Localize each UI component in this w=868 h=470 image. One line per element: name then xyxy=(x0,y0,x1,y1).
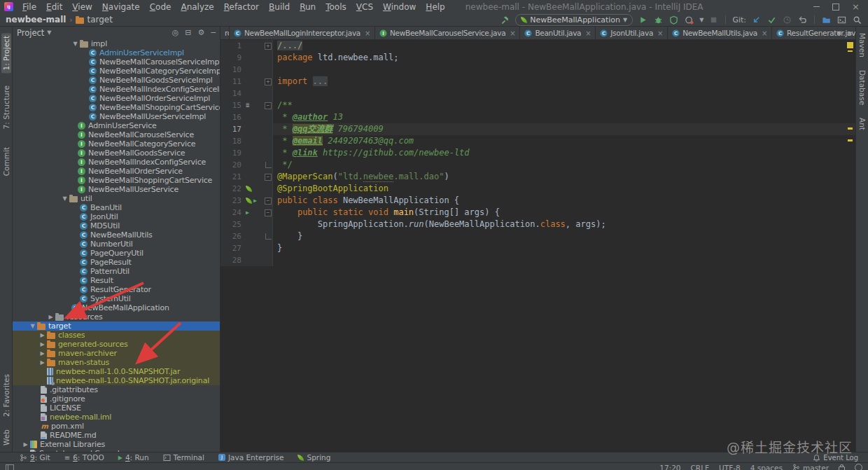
stripe-item-7-structure[interactable]: 7: Structure xyxy=(2,85,10,129)
build-hammer-icon[interactable] xyxy=(500,15,510,25)
code-line-25[interactable]: 25 SpringApplication.run(NewBeeMallAppli… xyxy=(220,219,855,230)
code-line-21[interactable]: 21−@MapperScan("ltd.newbee.mall.dao") xyxy=(220,171,855,183)
menu-item-vcs[interactable]: VCS xyxy=(351,1,378,13)
fold-marker[interactable] xyxy=(264,159,273,171)
tab-newbeemalllogininterceptor-java[interactable]: CNewBeeMallLoginInterceptor.java× xyxy=(230,27,375,39)
tree-expand-arrow-icon[interactable]: ▶ xyxy=(38,359,47,366)
tree-item-generated-sources[interactable]: ▶generated-sources xyxy=(13,340,220,349)
tree-item-maven-archiver[interactable]: ▶maven-archiver xyxy=(13,349,220,358)
menu-item-file[interactable]: File xyxy=(18,1,41,13)
fold-marker[interactable] xyxy=(264,147,273,159)
git-commit-button[interactable] xyxy=(766,15,777,25)
code-line-20[interactable]: 20 */ xyxy=(220,159,855,171)
stripe-item-web[interactable]: Web xyxy=(2,429,10,445)
tree-collapse-arrow-icon[interactable]: ▼ xyxy=(28,323,37,329)
tree-item-util[interactable]: ▼util xyxy=(13,194,220,203)
project-panel-title[interactable]: Project xyxy=(17,28,44,38)
tree-expand-arrow-icon[interactable]: ▶ xyxy=(21,441,30,448)
menu-item-analyze[interactable]: Analyze xyxy=(176,1,218,13)
git-branch-widget[interactable]: master xyxy=(792,464,829,470)
menu-item-code[interactable]: Code xyxy=(145,1,176,13)
fold-marker[interactable]: + xyxy=(264,76,273,88)
breadcrumb-project[interactable]: newbee-mall xyxy=(6,15,66,25)
collapse-all-icon[interactable]: ⊟ xyxy=(185,28,191,37)
tab-close-icon[interactable]: × xyxy=(365,29,370,37)
minimize-button[interactable] xyxy=(813,6,820,7)
breadcrumb-target[interactable]: target xyxy=(76,15,113,25)
code-editor[interactable]: 1+/.../9package ltd.newbee.mall;1011+imp… xyxy=(220,40,855,452)
stripe-item-2-favorites[interactable]: 2: Favorites xyxy=(2,374,10,417)
tree-item-external-libraries[interactable]: ▶External Libraries xyxy=(13,440,220,449)
tab-newbeemallcarouselservice-java[interactable]: INewBeeMallCarouselService.java× xyxy=(375,27,520,39)
tree-item-readme-md[interactable]: README.md xyxy=(13,431,220,440)
stripe-item-commit[interactable]: Commit xyxy=(2,147,10,176)
menu-item-tools[interactable]: Tools xyxy=(321,1,351,13)
menu-item-run[interactable]: Run xyxy=(295,1,321,13)
tree-item-patternutil[interactable]: CPatternUtil xyxy=(13,267,220,276)
fold-marker[interactable] xyxy=(264,230,273,242)
code-line-10[interactable]: 10 xyxy=(220,64,855,76)
toolwindow-button-4-run[interactable]: ▶4: Run xyxy=(118,453,149,462)
status-item-4-spaces[interactable]: 4 spaces xyxy=(750,464,783,470)
menu-item-refactor[interactable]: Refactor xyxy=(219,1,264,13)
tree-expand-arrow-icon[interactable]: ▶ xyxy=(46,314,55,320)
code-line-28[interactable]: 28 xyxy=(220,254,855,266)
tree-item-gitattributes[interactable]: .gitattributes xyxy=(13,385,220,394)
tree-item-newbeemalluserservice[interactable]: INewBeeMallUserService xyxy=(13,185,220,194)
tree-item-newbeemallcategoryserviceimpl[interactable]: CNewBeeMallCategoryServiceImpl xyxy=(13,67,220,76)
tree-item-newbeemallshoppingcartservice[interactable]: INewBeeMallShoppingCartService xyxy=(13,176,220,185)
tree-item-newbeemallapplication[interactable]: CNewBeeMallApplication xyxy=(13,303,220,312)
tab-newbeemallutils-java[interactable]: CNewBeeMallUtils.java× xyxy=(668,27,772,39)
tree-item-newbee-mall-1-0-0-snapshot-jar-original[interactable]: newbee-mall-1.0.0-SNAPSHOT.jar.original xyxy=(13,376,220,385)
run-gutter-icon[interactable]: ▶ xyxy=(253,195,257,207)
tree-item-newbeemallgoodsserviceimpl[interactable]: CNewBeeMallGoodsServiceImpl xyxy=(13,76,220,85)
code-line-14[interactable]: 14 xyxy=(220,88,855,99)
tab-rceptor-java[interactable]: rceptor.java× xyxy=(220,27,230,39)
stripe-item-database[interactable]: Database xyxy=(858,70,867,105)
tree-item-gitignore[interactable]: .gitignore xyxy=(13,394,220,403)
tree-item-newbeemallgoodsservice[interactable]: INewBeeMallGoodsService xyxy=(13,148,220,158)
fold-marker[interactable] xyxy=(264,135,273,147)
tree-item-newbeemallindexconfigserviceimpl[interactable]: CNewBeeMallIndexConfigServiceImpl xyxy=(13,85,220,94)
menu-item-build[interactable]: Build xyxy=(264,1,295,13)
tree-item-scratches-and-consoles[interactable]: Scratches and Consoles xyxy=(13,449,220,452)
tab-close-icon[interactable]: × xyxy=(762,29,767,37)
tree-item-newbee-mall-1-0-0-snapshot-jar[interactable]: newbee-mall-1.0.0-SNAPSHOT.jar xyxy=(13,367,220,376)
code-line-23[interactable]: 23▶−public class NewBeeMallApplication { xyxy=(220,195,855,207)
status-item-crlf[interactable]: CRLF xyxy=(691,464,710,470)
fold-marker[interactable] xyxy=(264,64,273,76)
tab-jsonutil-java[interactable]: CJsonUtil.java× xyxy=(596,27,668,39)
tree-item-pagequeryutil[interactable]: CPageQueryUtil xyxy=(13,249,220,258)
run-gutter-icon[interactable]: ▶ xyxy=(246,207,249,219)
run-button[interactable] xyxy=(638,15,648,25)
profiler-chevron-icon[interactable]: ▼ xyxy=(699,17,704,23)
terminal-toolbar-button[interactable] xyxy=(836,15,847,25)
tree-item-classes[interactable]: ▶classes xyxy=(13,331,220,340)
status-item-utf-8[interactable]: UTF-8 xyxy=(719,464,741,470)
tree-item-newbeemallcarouselserviceimpl[interactable]: CNewBeeMallCarouselServiceImpl xyxy=(13,57,220,67)
event-log-button[interactable]: Event Log xyxy=(813,454,858,462)
tree-item-pom-xml[interactable]: mpom.xml xyxy=(13,422,220,431)
rollback-button[interactable] xyxy=(797,15,808,25)
tree-item-numberutil[interactable]: CNumberUtil xyxy=(13,240,220,249)
readonly-lock-icon[interactable] xyxy=(839,466,845,470)
tree-item-newbeemallshoppingcartserviceimpl[interactable]: CNewBeeMallShoppingCartServiceImpl xyxy=(13,103,220,112)
tree-item-newbeemallorderserviceimpl[interactable]: CNewBeeMallOrderServiceImpl xyxy=(13,94,220,103)
profiler-button[interactable] xyxy=(684,15,694,25)
locate-file-icon[interactable]: ◎ xyxy=(172,28,179,37)
code-line-16[interactable]: 16 * @author 13 xyxy=(220,111,855,123)
warning-stripe-dash[interactable] xyxy=(848,50,853,52)
code-line-9[interactable]: 9package ltd.newbee.mall; xyxy=(220,52,855,64)
toolwindow-button-6-todo[interactable]: ≡6: TODO xyxy=(64,453,104,462)
fold-marker[interactable] xyxy=(264,88,273,99)
maximize-button[interactable] xyxy=(832,4,839,11)
close-button[interactable]: × xyxy=(852,4,860,11)
ide-indicator-icon[interactable] xyxy=(855,464,862,470)
tree-item-resultgenerator[interactable]: CResultGenerator xyxy=(13,285,220,294)
tree-item-newbeemallcarouselservice[interactable]: INewBeeMallCarouselService xyxy=(13,130,220,139)
code-line-22[interactable]: 22@SpringBootApplication xyxy=(220,183,855,195)
tree-item-newbee-mall-iml[interactable]: newbee-mall.iml xyxy=(13,413,220,422)
tree-collapse-arrow-icon[interactable]: ▼ xyxy=(71,41,80,47)
fold-marker[interactable] xyxy=(264,111,273,123)
tree-item-newbeemalluserserviceimpl[interactable]: CNewBeeMallUserServiceImpl xyxy=(13,112,220,121)
